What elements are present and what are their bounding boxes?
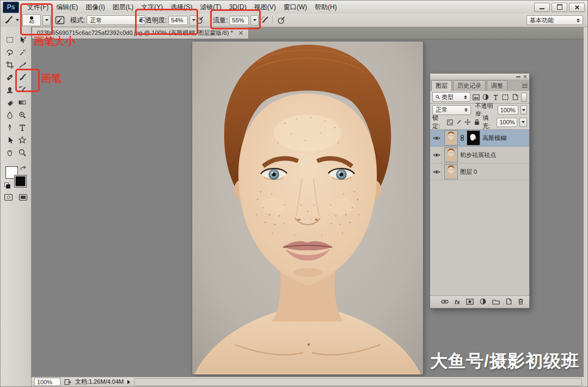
maximize-button[interactable] [552, 3, 567, 12]
tool-spot-healing-brush[interactable] [3, 71, 16, 83]
status-options-arrow[interactable] [127, 380, 130, 384]
flow-dropdown-button[interactable] [250, 15, 259, 26]
opacity-input[interactable]: 54% [168, 16, 188, 25]
visibility-toggle[interactable] [431, 164, 442, 180]
new-adjustment-button[interactable] [480, 298, 486, 306]
layer-thumbnail[interactable] [444, 147, 458, 162]
tool-clone-stamp[interactable] [3, 83, 16, 96]
tool-zoom[interactable] [16, 146, 28, 159]
tool-gradient[interactable] [16, 96, 28, 108]
menu-3d[interactable]: 3D(D) [225, 1, 250, 14]
layer-row-layer0[interactable]: 图层 0 [430, 164, 529, 180]
layer-mask-thumbnail[interactable] [467, 130, 480, 146]
tool-path-selection[interactable] [3, 134, 16, 146]
brush-tool-preset[interactable] [3, 14, 19, 27]
quick-mask-button[interactable] [4, 194, 13, 203]
opacity-pressure-toggle[interactable] [195, 14, 204, 27]
lock-position-icon[interactable] [464, 118, 471, 126]
tab-close-icon[interactable] [238, 31, 243, 35]
link-layers-button[interactable] [441, 299, 449, 305]
visibility-toggle[interactable] [431, 130, 442, 146]
brush-size-control[interactable]: 40 [22, 14, 51, 27]
brush-size-preview[interactable]: 40 [22, 14, 41, 26]
menu-image[interactable]: 图像(I) [82, 1, 108, 14]
tool-history-brush[interactable] [16, 83, 28, 96]
tool-dodge[interactable] [16, 108, 28, 121]
tool-eraser[interactable] [3, 96, 16, 108]
fill-dropdown[interactable] [519, 118, 527, 127]
new-group-button[interactable] [492, 299, 500, 306]
tool-rectangular-marquee[interactable] [3, 33, 16, 46]
menu-select[interactable]: 选择(S) [167, 1, 196, 14]
menu-edit[interactable]: 编辑(E) [52, 1, 82, 14]
brush-size-dropdown-button[interactable] [42, 15, 51, 26]
tool-lasso[interactable] [3, 46, 16, 58]
tool-crop[interactable] [3, 58, 16, 71]
color-swatches [4, 164, 27, 188]
menu-type[interactable]: 文字(Y) [137, 1, 167, 14]
tool-eyedropper[interactable] [16, 58, 28, 71]
filter-type-select[interactable]: 类型 [432, 92, 470, 102]
tool-custom-shape[interactable] [16, 134, 28, 146]
menu-window[interactable]: 窗口(W) [280, 1, 311, 14]
default-colors-icon[interactable] [4, 183, 10, 188]
updown-icon [464, 95, 467, 99]
screen-mode-button[interactable] [19, 194, 28, 203]
zoom-level-input[interactable]: 100% [34, 378, 60, 386]
close-button[interactable] [569, 3, 585, 12]
lock-transparency-icon[interactable] [446, 118, 453, 126]
layer-thumbnail[interactable] [444, 130, 458, 146]
pen-pressure-icon [195, 16, 204, 25]
new-layer-button[interactable] [506, 298, 512, 306]
delete-layer-button[interactable] [518, 298, 524, 306]
brush-panel-toggle[interactable] [55, 14, 65, 27]
airbrush-toggle[interactable] [260, 14, 270, 27]
filter-smart-object-icon[interactable] [511, 93, 519, 101]
lock-all-icon[interactable] [474, 118, 480, 126]
menu-view[interactable]: 视图(V) [250, 1, 280, 14]
annotation-brush-text: 画笔 [41, 71, 62, 86]
menu-layer[interactable]: 图层(L) [109, 1, 138, 14]
menu-file[interactable]: 文件(F) [23, 1, 52, 14]
fill-input[interactable]: 100% [497, 118, 517, 127]
background-color[interactable] [14, 175, 27, 188]
filter-toggle-switch[interactable] [521, 93, 527, 102]
menu-help[interactable]: 帮助(H) [311, 1, 341, 14]
layer-row-gaussian-blur[interactable]: 高斯模糊 [430, 130, 529, 147]
brush-size-value: 40 [29, 20, 34, 25]
collapse-panel-icon[interactable] [516, 76, 520, 77]
layer-row-spot-removal[interactable]: 初步祛斑祛点 [430, 147, 529, 164]
swap-colors-icon[interactable] [20, 164, 26, 174]
tool-type[interactable] [16, 121, 28, 134]
layer-opacity-dropdown[interactable] [520, 105, 527, 114]
flow-input[interactable]: 55% [229, 16, 249, 25]
filter-pixel-icon[interactable] [473, 93, 480, 101]
layer-opacity-input[interactable]: 100% [498, 105, 518, 114]
tab-history[interactable]: 历史记录 [453, 80, 486, 91]
panel-menu-icon[interactable] [522, 83, 528, 89]
tool-magic-wand[interactable] [16, 46, 28, 58]
tool-brush[interactable] [16, 71, 28, 83]
lock-pixels-icon[interactable] [456, 118, 462, 126]
tab-layers[interactable]: 图层 [431, 80, 452, 91]
filter-adjustment-icon[interactable] [482, 93, 489, 101]
close-panel-icon[interactable] [523, 75, 527, 78]
menu-filter[interactable]: 滤镜(T) [196, 1, 225, 14]
tool-blur[interactable] [3, 108, 16, 121]
tool-move[interactable] [16, 33, 28, 46]
layer-thumbnail[interactable] [444, 164, 458, 179]
blend-mode-select[interactable]: 正常 [432, 105, 471, 115]
visibility-toggle[interactable] [431, 147, 442, 163]
tab-adjustments[interactable]: 调整 [487, 80, 507, 91]
mode-select[interactable]: 正常 [87, 15, 145, 25]
add-mask-button[interactable] [466, 299, 474, 306]
layer-style-button[interactable]: fx [455, 299, 460, 305]
photo-document[interactable] [192, 41, 423, 374]
minimize-button[interactable] [534, 3, 550, 12]
workspace-select[interactable]: 基本功能 [526, 15, 583, 25]
filter-shape-icon[interactable] [501, 93, 509, 101]
tool-hand[interactable] [3, 146, 16, 159]
filter-type-icon[interactable] [492, 93, 499, 101]
flow-pressure-toggle[interactable] [277, 14, 286, 27]
tool-pen[interactable] [3, 121, 16, 134]
